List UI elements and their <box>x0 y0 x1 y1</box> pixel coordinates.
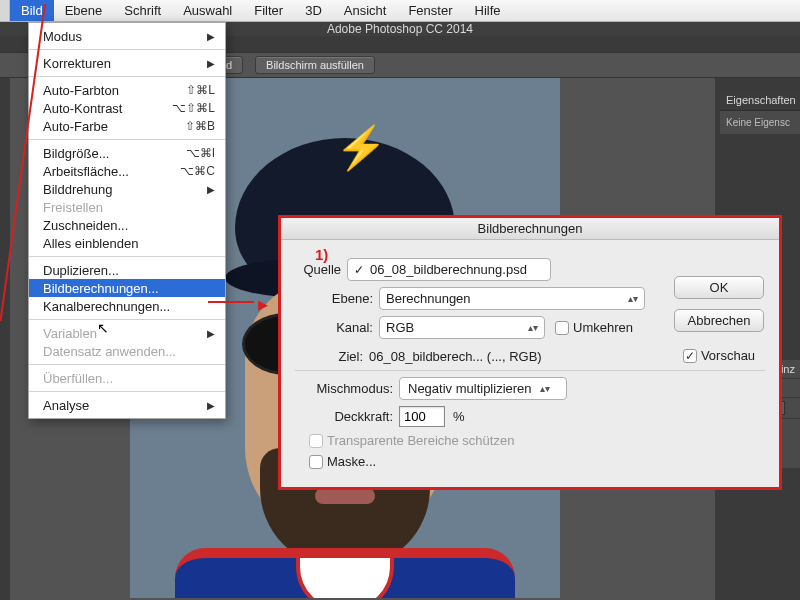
menu-hilfe[interactable]: Hilfe <box>464 0 512 21</box>
mask-label: Maske... <box>327 454 376 469</box>
menu-bild[interactable]: Bild <box>10 0 54 21</box>
invert-label: Umkehren <box>573 320 633 335</box>
transparent-checkbox <box>309 434 323 448</box>
opacity-suffix: % <box>453 409 465 424</box>
target-label: Ziel: <box>325 349 369 364</box>
menu-separator <box>29 76 225 77</box>
menu-item-auto-farbton[interactable]: Auto-Farbton⇧⌘L <box>29 81 225 99</box>
properties-panel-header[interactable]: Eigenschaften <box>720 90 800 111</box>
check-icon: ✓ <box>354 263 364 277</box>
blend-value: Negativ multiplizieren <box>408 381 532 396</box>
chevron-updown-icon: ▴▾ <box>520 322 538 333</box>
dialog-divider <box>295 370 765 371</box>
target-value: 06_08_bildberech... (..., RGB) <box>369 349 542 364</box>
menu-auswahl[interactable]: Auswahl <box>172 0 243 21</box>
menu-3d[interactable]: 3D <box>294 0 333 21</box>
menu-ebene[interactable]: Ebene <box>54 0 114 21</box>
layer-value: Berechnungen <box>386 291 471 306</box>
menu-separator <box>29 319 225 320</box>
bild-menu-dropdown: Modus▶ Korrekturen▶ Auto-Farbton⇧⌘L Auto… <box>28 22 226 419</box>
ok-button[interactable]: OK <box>674 276 764 299</box>
preview-label: Vorschau <box>701 348 755 363</box>
chevron-right-icon: ▶ <box>207 328 215 339</box>
jersey-shape <box>175 548 515 598</box>
opacity-label: Deckkraft: <box>295 409 399 424</box>
chevron-updown-icon: ▴▾ <box>540 383 550 394</box>
layer-label: Ebene: <box>319 291 379 306</box>
chevron-updown-icon: ▴▾ <box>620 293 638 304</box>
menu-item-bildgroesse[interactable]: Bildgröße...⌥⌘I <box>29 144 225 162</box>
menubar-left-edge <box>0 0 10 21</box>
menu-item-arbeitsflaeche[interactable]: Arbeitsfläche...⌥⌘C <box>29 162 225 180</box>
preview-checkbox[interactable] <box>683 349 697 363</box>
source-select[interactable]: ✓ 06_08_bildberechnung.psd <box>347 258 551 281</box>
dialog-title: Bildberechnungen <box>281 218 779 240</box>
mask-checkbox[interactable] <box>309 455 323 469</box>
chevron-right-icon: ▶ <box>207 31 215 42</box>
menu-separator <box>29 49 225 50</box>
menu-separator <box>29 139 225 140</box>
menu-separator <box>29 364 225 365</box>
chevron-right-icon: ▶ <box>207 400 215 411</box>
menu-item-bilddrehung[interactable]: Bilddrehung▶ <box>29 180 225 198</box>
menu-schrift[interactable]: Schrift <box>113 0 172 21</box>
menu-item-freistellen: Freistellen <box>29 198 225 216</box>
menubar: Bild Ebene Schrift Auswahl Filter 3D Ans… <box>0 0 800 22</box>
menu-item-auto-kontrast[interactable]: Auto-Kontrast⌥⇧⌘L <box>29 99 225 117</box>
cancel-button[interactable]: Abbrechen <box>674 309 764 332</box>
menu-item-modus[interactable]: Modus▶ <box>29 27 225 45</box>
menu-item-datensatz: Datensatz anwenden... <box>29 342 225 360</box>
menu-item-auto-farbe[interactable]: Auto-Farbe⇧⌘B <box>29 117 225 135</box>
layer-select[interactable]: Berechnungen▴▾ <box>379 287 645 310</box>
channel-label: Kanal: <box>319 320 379 335</box>
menu-separator <box>29 256 225 257</box>
blend-label: Mischmodus: <box>295 381 399 396</box>
menu-fenster[interactable]: Fenster <box>397 0 463 21</box>
fill-screen-button[interactable]: Bildschirm ausfüllen <box>255 56 375 74</box>
properties-panel-body: Keine Eigensc <box>720 111 800 134</box>
apply-image-dialog: Bildberechnungen 1) Quelle ✓ 06_08_bildb… <box>278 215 782 490</box>
blend-mode-select[interactable]: Negativ multiplizieren▴▾ <box>399 377 567 400</box>
menu-item-kanalberechnungen[interactable]: Kanalberechnungen... <box>29 297 225 315</box>
transparent-label: Transparente Bereiche schützen <box>327 433 514 448</box>
source-value: 06_08_bildberechnung.psd <box>370 262 527 277</box>
lips-shape <box>315 488 375 504</box>
menu-item-variablen: Variablen▶ <box>29 324 225 342</box>
invert-checkbox[interactable] <box>555 321 569 335</box>
source-label: Quelle <box>295 262 347 277</box>
menu-item-analyse[interactable]: Analyse▶ <box>29 396 225 414</box>
chevron-right-icon: ▶ <box>207 184 215 195</box>
menu-item-alles-einblenden[interactable]: Alles einblenden <box>29 234 225 252</box>
menu-filter[interactable]: Filter <box>243 0 294 21</box>
bolt-icon: ⚡ <box>335 123 387 172</box>
menu-item-bildberechnungen[interactable]: Bildberechnungen... <box>29 279 225 297</box>
menu-item-duplizieren[interactable]: Duplizieren... <box>29 261 225 279</box>
menu-item-korrekturen[interactable]: Korrekturen▶ <box>29 54 225 72</box>
menu-separator <box>29 391 225 392</box>
annotation-step-1: 1) <box>315 246 328 263</box>
menu-item-ueberfuellen: Überfüllen... <box>29 369 225 387</box>
properties-panel: Eigenschaften Keine Eigensc <box>720 90 800 134</box>
channel-select[interactable]: RGB▴▾ <box>379 316 545 339</box>
menu-item-zuschneiden[interactable]: Zuschneiden... <box>29 216 225 234</box>
chevron-right-icon: ▶ <box>207 58 215 69</box>
menu-ansicht[interactable]: Ansicht <box>333 0 398 21</box>
opacity-input[interactable] <box>399 406 445 427</box>
channel-value: RGB <box>386 320 414 335</box>
